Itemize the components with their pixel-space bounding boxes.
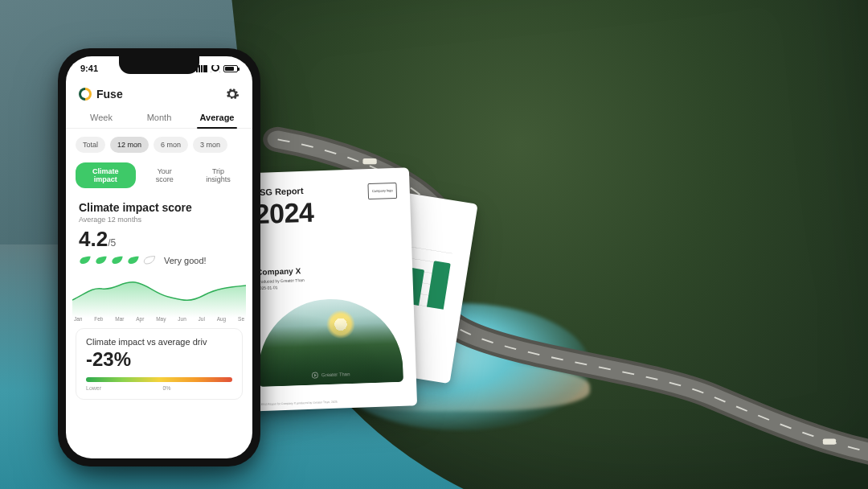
report-footer: ESG Report for Company X produced by Gre… — [261, 401, 338, 406]
battery-icon — [223, 65, 238, 72]
tab-month[interactable]: Month — [130, 106, 188, 128]
tab-trip-insights[interactable]: Trip insights — [194, 162, 243, 188]
compare-title: Climate impact vs average driv — [86, 337, 232, 347]
leaf-icon — [111, 255, 124, 266]
wifi-icon — [211, 65, 220, 72]
app-header: Fuse — [66, 80, 252, 106]
tab-your-score[interactable]: Your score — [142, 162, 187, 188]
compare-card: Climate impact vs average driv -23% Lowe… — [76, 328, 243, 400]
status-time: 9:41 — [80, 64, 98, 73]
chip-6mon[interactable]: 6 mon — [154, 137, 188, 153]
tab-week[interactable]: Week — [72, 106, 130, 128]
chip-total[interactable]: Total — [76, 137, 105, 153]
tab-climate-impact[interactable]: Climate impact — [76, 162, 136, 188]
leaf-icon — [79, 255, 92, 266]
brand-logo-icon — [79, 88, 92, 101]
company-logo-placeholder: Company logo — [367, 183, 397, 199]
section-tabs: Climate impact Your score Trip insights — [66, 161, 252, 196]
phone-notch — [119, 56, 199, 74]
range-chips: Total 12 mon 6 mon 3 mon — [66, 129, 252, 161]
timeframe-tabs: Week Month Average — [66, 106, 252, 129]
report-produced-by: Produced by Greater Than 2025-01-01 — [256, 277, 305, 291]
brandmark-icon — [312, 372, 318, 378]
report-cover: ESG Report 2024 Company logo Company X P… — [239, 167, 417, 411]
settings-button[interactable] — [225, 87, 240, 101]
leaf-icon-empty — [143, 255, 156, 266]
report-cover-image: Greater Than — [256, 297, 403, 387]
sparkline-months: JanFeb MarApr MayJun JulAug Se — [66, 316, 252, 322]
phone-mockup: 9:41 Fuse Week Month Average Total 12 mo… — [58, 48, 260, 466]
leaf-icon — [95, 255, 108, 266]
phone-screen: 9:41 Fuse Week Month Average Total 12 mo… — [66, 56, 252, 458]
report-company: Company X — [256, 266, 301, 277]
climate-sparkline — [66, 269, 252, 318]
score-card: Climate impact score Average 12 months 4… — [66, 196, 252, 269]
score-subtitle: Average 12 months — [79, 216, 240, 224]
leaf-icon — [127, 255, 140, 266]
brand: Fuse — [79, 88, 123, 101]
compare-gradient-bar — [86, 377, 232, 382]
chip-12mon[interactable]: 12 mon — [110, 137, 149, 153]
tab-average[interactable]: Average — [188, 106, 246, 128]
score-leaves: Very good! — [79, 255, 240, 266]
chip-3mon[interactable]: 3 mon — [193, 137, 227, 153]
brand-name: Fuse — [96, 88, 123, 101]
gear-icon — [225, 87, 240, 101]
score-title: Climate impact score — [79, 201, 240, 214]
score-label: Very good! — [164, 256, 207, 265]
score-value: 4.2/5 — [79, 227, 240, 252]
brandmark: Greater Than — [312, 371, 350, 379]
compare-labels: Lower 0% — [86, 385, 232, 391]
compare-value: -23% — [86, 348, 232, 371]
